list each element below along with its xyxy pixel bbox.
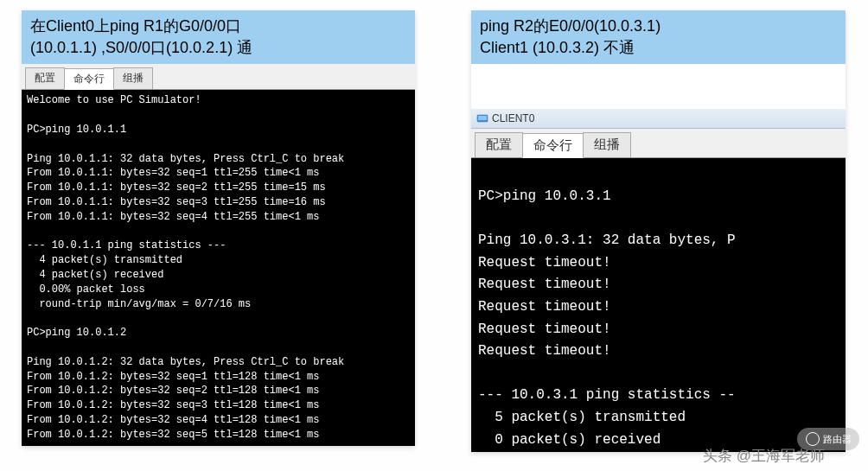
terminal-output[interactable]: PC>ping 10.0.3.1 Ping 10.0.3.1: 32 data … xyxy=(471,158,846,452)
tab-config[interactable]: 配置 xyxy=(25,67,65,89)
badge-label: 路由器 xyxy=(823,433,852,446)
right-panel: ping R2的E0/0/0(10.0.3.1) Client1 (10.0.3… xyxy=(471,10,846,452)
caption-text: ping R2的E0/0/0(10.0.3.1) xyxy=(480,16,837,37)
window-title: CLIENT0 xyxy=(492,112,534,124)
right-caption: ping R2的E0/0/0(10.0.3.1) Client1 (10.0.3… xyxy=(471,10,846,64)
caption-text: (10.0.1.1) ,S0/0/0口(10.0.2.1) 通 xyxy=(30,37,406,59)
tabs-bar: 配置 命令行 组播 xyxy=(22,64,415,90)
terminal-output[interactable]: Welcome to use PC Simulator! PC>ping 10.… xyxy=(22,90,415,446)
tabs-bar: 配置 命令行 组播 xyxy=(471,129,846,158)
app-icon xyxy=(476,112,488,124)
tab-config[interactable]: 配置 xyxy=(475,132,523,157)
spacer xyxy=(471,64,846,109)
footer-credit: 头条 @王海军老师 xyxy=(703,446,825,466)
left-caption: 在Client0上ping R1的G0/0/0口 (10.0.1.1) ,S0/… xyxy=(22,10,415,64)
tab-multicast[interactable]: 组播 xyxy=(583,132,631,157)
caption-text: 在Client0上ping R1的G0/0/0口 xyxy=(30,16,406,37)
caption-text: Client1 (10.0.3.2) 不通 xyxy=(480,37,837,59)
window-title-bar: CLIENT0 xyxy=(471,109,846,129)
svg-rect-1 xyxy=(478,116,487,120)
left-panel: 在Client0上ping R1的G0/0/0口 (10.0.1.1) ,S0/… xyxy=(22,10,415,446)
tab-multicast[interactable]: 组播 xyxy=(113,67,153,89)
tab-cli[interactable]: 命令行 xyxy=(64,68,114,90)
tab-cli[interactable]: 命令行 xyxy=(522,133,584,158)
